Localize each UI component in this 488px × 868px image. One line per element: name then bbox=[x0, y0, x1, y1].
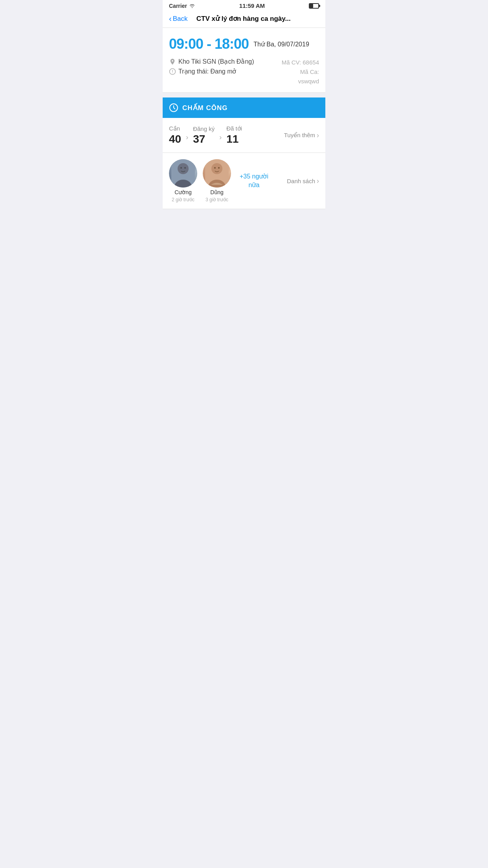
svg-point-5 bbox=[180, 167, 182, 169]
danh-sach-arrow-icon: › bbox=[317, 177, 319, 185]
location-row: Kho Tiki SGN (Bạch Đằng) bbox=[169, 58, 254, 65]
wifi-icon bbox=[189, 4, 195, 8]
bottom-area bbox=[163, 209, 325, 366]
cham-cong-banner: CHẤM CÔNG bbox=[163, 97, 325, 118]
stat-can-label: Cần bbox=[169, 125, 180, 132]
day-of-week: Thứ Ba, bbox=[253, 41, 276, 48]
info-right: Mã CV: 68654 Mã Ca: vswqwd bbox=[282, 58, 319, 86]
stat-datoi-label: Đã tới bbox=[226, 125, 242, 132]
nav-title: CTV xử lý đơn hàng ca ngày... bbox=[168, 15, 319, 23]
ma-cv: Mã CV: 68654 bbox=[282, 58, 319, 67]
workers-section: Cường 2 giờ trước Dũng 3 giờ trước +35 n… bbox=[163, 153, 325, 209]
stat-dangky: Đăng ký 37 bbox=[193, 125, 215, 145]
more-people-label: +35 người bbox=[240, 172, 268, 181]
ma-ca-label: Mã Ca: bbox=[282, 67, 319, 77]
stats-row: Cần 40 › Đăng ký 37 › Đã tới 11 Tuyển th… bbox=[163, 118, 325, 153]
date-info: Thứ Ba, 09/07/2019 bbox=[253, 40, 309, 48]
status-row: Trạng thái: Đang mở bbox=[169, 68, 254, 75]
worker-dung: Dũng 3 giờ trước bbox=[203, 159, 231, 202]
arrow-icon-1: › bbox=[186, 133, 188, 142]
avatar-dung bbox=[203, 159, 231, 188]
stat-dangky-value: 37 bbox=[193, 133, 205, 145]
info-icon bbox=[169, 68, 176, 75]
worker-dung-name: Dũng bbox=[210, 189, 223, 195]
danh-sach-button[interactable]: Danh sách › bbox=[287, 177, 319, 185]
svg-point-8 bbox=[211, 163, 222, 174]
info-row: Kho Tiki SGN (Bạch Đằng) Trạng thái: Đan… bbox=[169, 58, 319, 86]
status-bar: Carrier 11:59 AM bbox=[163, 0, 325, 11]
stats-section: Cần 40 › Đăng ký 37 › Đã tới 11 Tuyển th… bbox=[163, 118, 325, 153]
carrier-wifi: Carrier bbox=[169, 3, 195, 9]
stat-datoi-value: 11 bbox=[226, 133, 238, 145]
carrier-label: Carrier bbox=[169, 3, 187, 9]
location-text: Kho Tiki SGN (Bạch Đằng) bbox=[178, 58, 254, 65]
cham-cong-label: CHẤM CÔNG bbox=[182, 104, 227, 112]
time-range: 09:00 - 18:00 bbox=[169, 36, 249, 52]
time-row: 09:00 - 18:00 Thứ Ba, 09/07/2019 bbox=[169, 36, 319, 52]
danh-sach-label: Danh sách bbox=[287, 178, 315, 184]
status-text: Trạng thái: Đang mở bbox=[178, 68, 236, 75]
info-left: Kho Tiki SGN (Bạch Đằng) Trạng thái: Đan… bbox=[169, 58, 254, 75]
worker-cuong-time: 2 giờ trước bbox=[172, 197, 194, 202]
location-icon bbox=[169, 58, 176, 65]
job-info-section: 09:00 - 18:00 Thứ Ba, 09/07/2019 Kho Tik… bbox=[163, 28, 325, 93]
date: 09/07/2019 bbox=[278, 41, 309, 48]
worker-cuong-name: Cường bbox=[174, 189, 192, 195]
svg-point-3 bbox=[178, 163, 189, 174]
tuyen-them-button[interactable]: Tuyển thêm › bbox=[284, 131, 319, 140]
avatar-cuong bbox=[169, 159, 197, 188]
stat-can: Cần 40 bbox=[169, 125, 181, 145]
clock-icon bbox=[169, 103, 178, 112]
svg-point-6 bbox=[184, 167, 186, 169]
stat-dangky-label: Đăng ký bbox=[193, 125, 215, 132]
svg-point-10 bbox=[214, 167, 216, 169]
tuyen-them-label: Tuyển thêm bbox=[284, 132, 315, 139]
nav-bar: ‹ Back CTV xử lý đơn hàng ca ngày... bbox=[163, 11, 325, 28]
status-time: 11:59 AM bbox=[239, 2, 265, 9]
arrow-icon-2: › bbox=[219, 133, 222, 142]
more-people-label2: nữa bbox=[249, 181, 260, 189]
battery-icon bbox=[309, 3, 319, 9]
svg-point-11 bbox=[218, 167, 220, 169]
worker-cuong: Cường 2 giờ trước bbox=[169, 159, 197, 202]
stat-can-value: 40 bbox=[169, 133, 181, 145]
ma-ca-value: vswqwd bbox=[282, 77, 319, 86]
worker-dung-time: 3 giờ trước bbox=[205, 197, 228, 202]
tuyen-them-arrow-icon: › bbox=[317, 131, 319, 140]
more-people-button[interactable]: +35 người nữa bbox=[240, 172, 268, 190]
stat-datoi: Đã tới 11 bbox=[226, 125, 242, 145]
